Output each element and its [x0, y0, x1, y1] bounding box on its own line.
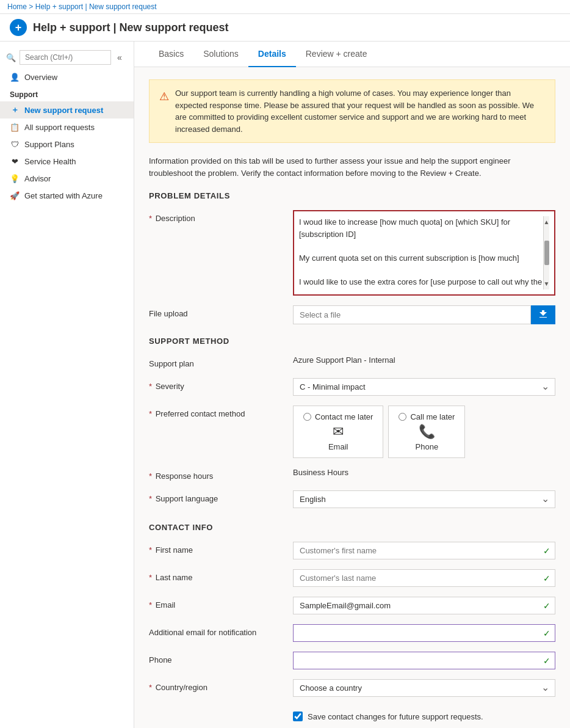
page-header: + Help + support | New support request: [0, 14, 570, 42]
contact-method-phone[interactable]: Call me later 📞 Phone: [388, 406, 465, 458]
required-asterisk: *: [149, 494, 152, 503]
sidebar-item-overview[interactable]: 👤 Overview: [0, 68, 134, 86]
breadcrumb-separator: >: [29, 2, 33, 11]
home-link[interactable]: Home: [7, 2, 27, 11]
description-textarea[interactable]: I woud like to increase [how much quota]…: [299, 216, 543, 289]
file-upload-row: File upload: [149, 305, 555, 324]
search-icon: 🔍: [6, 53, 16, 62]
phone-sub-label: Phone: [416, 442, 439, 451]
email-method-label: Contact me later: [315, 412, 373, 421]
scrollbar[interactable]: ▲ ▼: [543, 216, 549, 289]
additional-email-input-wrapper: ✓: [293, 624, 555, 642]
contact-info-section: CONTACT INFO: [149, 523, 555, 532]
required-asterisk: *: [149, 600, 152, 610]
sidebar-item-advisor[interactable]: 💡 Advisor: [0, 170, 134, 187]
sidebar: 🔍 « 👤 Overview Support ＋ New support req…: [0, 42, 134, 728]
contact-methods-control: Contact me later ✉ Email Call me later 📞: [293, 406, 555, 458]
header-icon: +: [10, 19, 27, 36]
support-language-select[interactable]: English: [293, 490, 555, 508]
email-icon: ✉: [333, 424, 344, 440]
phone-radio-row: Call me later: [399, 412, 455, 421]
preferred-contact-row: * Preferred contact method Contact me la…: [149, 406, 555, 458]
advisor-icon: 💡: [10, 173, 20, 183]
new-support-icon: ＋: [10, 105, 20, 115]
additional-email-label: Additional email for notification: [149, 624, 283, 637]
first-name-input[interactable]: [293, 542, 555, 559]
collapse-button[interactable]: «: [115, 53, 124, 62]
severity-select[interactable]: C - Minimal impact: [293, 378, 555, 396]
scroll-up-icon[interactable]: ▲: [544, 217, 550, 227]
phone-input[interactable]: [293, 652, 555, 669]
description-control: I woud like to increase [how much quota]…: [293, 210, 555, 296]
contact-methods: Contact me later ✉ Email Call me later 📞: [293, 406, 555, 458]
response-hours-label: * Response hours: [149, 468, 283, 481]
required-asterisk: *: [149, 382, 152, 391]
scroll-down-icon[interactable]: ▼: [544, 279, 550, 288]
support-language-control: English: [293, 490, 555, 508]
support-language-row: * Support language English: [149, 490, 555, 508]
breadcrumb: Home > Help + support | New support requ…: [0, 0, 570, 14]
main-content: Basics Solutions Details Review + create…: [134, 42, 570, 728]
sidebar-item-label: Advisor: [24, 174, 51, 183]
preferred-contact-label: * Preferred contact method: [149, 406, 283, 418]
description-label: * Description: [149, 210, 283, 223]
response-hours-text: Business Hours: [293, 464, 348, 477]
additional-email-input[interactable]: [293, 624, 555, 642]
warning-icon: ⚠: [159, 89, 169, 105]
tab-review-create[interactable]: Review + create: [296, 42, 377, 67]
country-label: * Country/region: [149, 679, 283, 692]
search-input[interactable]: [20, 50, 111, 65]
overview-icon: 👤: [10, 72, 20, 82]
tab-basics[interactable]: Basics: [149, 42, 193, 67]
file-input[interactable]: [293, 305, 531, 324]
tab-solutions[interactable]: Solutions: [193, 42, 248, 67]
sidebar-item-service-health[interactable]: ❤ Service Health: [0, 153, 134, 170]
warning-text: Our support team is currently handling a…: [175, 87, 545, 135]
required-asterisk: *: [149, 545, 152, 555]
tab-details[interactable]: Details: [248, 42, 296, 67]
service-health-icon: ❤: [10, 156, 20, 166]
last-name-input[interactable]: [293, 569, 555, 587]
email-radio[interactable]: [303, 413, 311, 421]
save-contact-checkbox-row: Save contact changes for future support …: [293, 712, 483, 721]
email-control: ✓: [293, 597, 555, 614]
content-area: ⚠ Our support team is currently handling…: [134, 67, 570, 728]
additional-email-check-icon: ✓: [543, 628, 550, 638]
phone-method-label: Call me later: [410, 412, 455, 421]
required-asterisk: *: [149, 471, 152, 481]
support-language-label: * Support language: [149, 490, 283, 503]
email-input[interactable]: [293, 597, 555, 614]
email-check-icon: ✓: [543, 601, 550, 611]
last-name-label: * Last name: [149, 569, 283, 582]
sidebar-item-new-support-request[interactable]: ＋ New support request: [0, 101, 134, 118]
file-upload-label: File upload: [149, 305, 283, 318]
first-name-label: * First name: [149, 542, 283, 555]
country-select[interactable]: Choose a country: [293, 679, 555, 697]
sidebar-item-label: Support Plans: [24, 140, 74, 149]
scroll-thumb[interactable]: [544, 241, 549, 265]
file-upload-control: [293, 305, 555, 324]
save-contact-label: Save contact changes for future support …: [308, 712, 483, 721]
sidebar-search-container: 🔍 «: [0, 46, 134, 68]
phone-radio[interactable]: [399, 413, 406, 421]
response-hours-value: Business Hours: [293, 468, 555, 477]
severity-label: * Severity: [149, 378, 283, 391]
save-checkbox-row: Save contact changes for future support …: [293, 707, 555, 721]
sidebar-item-get-started[interactable]: 🚀 Get started with Azure: [0, 187, 134, 204]
support-plan-text: Azure Support Plan - Internal: [293, 352, 395, 365]
save-contact-checkbox[interactable]: [293, 712, 303, 721]
sidebar-section-label: Support: [0, 86, 134, 101]
phone-row: Phone ✓: [149, 652, 555, 669]
sidebar-item-all-support-requests[interactable]: 📋 All support requests: [0, 118, 134, 136]
email-sub-label: Email: [328, 442, 348, 451]
sidebar-item-label: New support request: [24, 106, 103, 115]
description-row: * Description I woud like to increase [h…: [149, 210, 555, 296]
email-row: * Email ✓: [149, 597, 555, 614]
file-browse-button[interactable]: [531, 305, 555, 324]
sidebar-item-support-plans[interactable]: 🛡 Support Plans: [0, 136, 134, 153]
contact-method-email[interactable]: Contact me later ✉ Email: [293, 406, 383, 458]
problem-details-section: PROBLEM DETAILS: [149, 191, 555, 200]
all-requests-icon: 📋: [10, 122, 20, 132]
country-row: * Country/region Choose a country: [149, 679, 555, 697]
sidebar-item-label: All support requests: [24, 123, 95, 132]
